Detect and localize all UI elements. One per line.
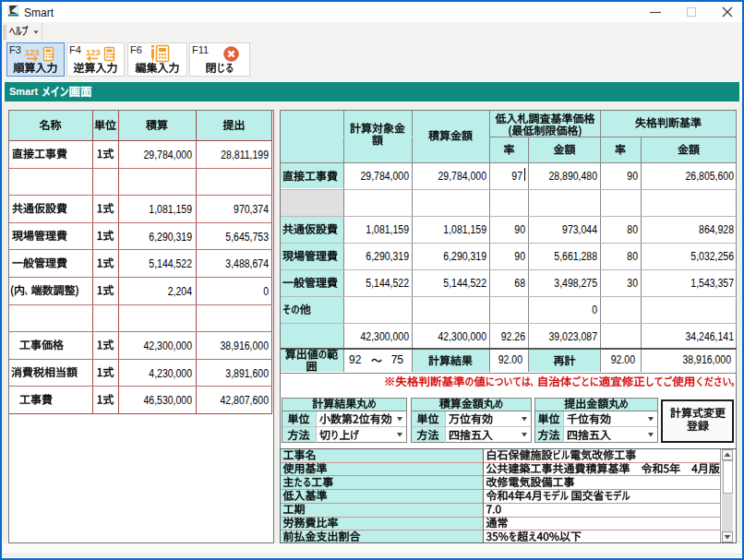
svg-text:123: 123 [86, 47, 101, 57]
svg-text:123: 123 [25, 47, 40, 57]
